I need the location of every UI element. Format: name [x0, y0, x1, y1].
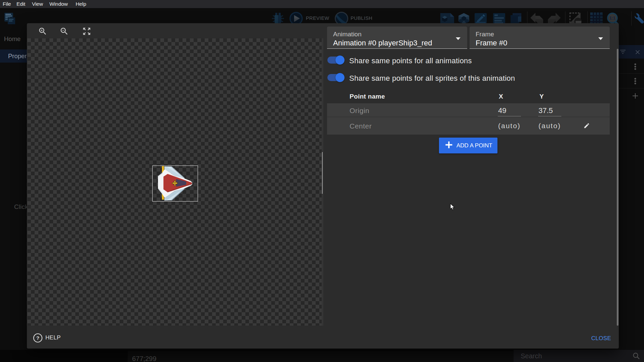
- svg-text:1:1: 1:1: [609, 16, 615, 21]
- svg-text:?: ?: [36, 335, 39, 341]
